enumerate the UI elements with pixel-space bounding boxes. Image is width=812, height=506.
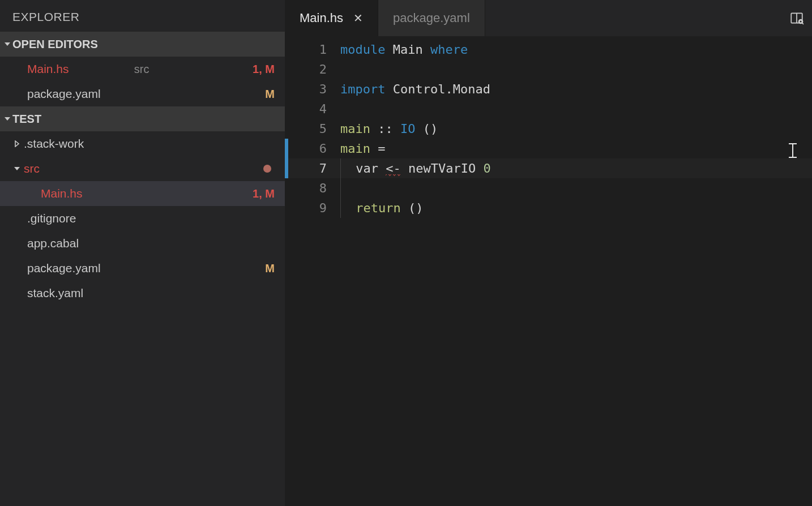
- line-number: 1: [288, 40, 340, 59]
- code-line[interactable]: 9 return (): [285, 198, 812, 218]
- code-line[interactable]: 5main :: IO (): [285, 119, 812, 139]
- scm-status: M: [265, 262, 275, 275]
- dirty-indicator-icon: [263, 165, 271, 173]
- line-number: 3: [288, 79, 340, 99]
- file-name: app.cabal: [27, 237, 275, 250]
- scm-status: M: [265, 88, 275, 101]
- file-name: package.yaml: [27, 87, 146, 101]
- explorer-sidebar: EXPLORER OPEN EDITORS Main.hs src 1, M p…: [0, 0, 285, 506]
- code-content: var <- newTVarIO 0: [340, 158, 491, 178]
- file-item[interactable]: .gitignore: [0, 206, 285, 231]
- line-number: 4: [288, 99, 340, 119]
- scm-status: 1, M: [253, 187, 275, 200]
- folder-name: src: [24, 162, 144, 175]
- file-item[interactable]: stack.yaml: [0, 281, 285, 306]
- folder-item[interactable]: .stack-work: [0, 131, 285, 156]
- code-line[interactable]: 6main =: [285, 139, 812, 158]
- split-editor-icon[interactable]: [781, 0, 812, 36]
- code-content: return (): [340, 198, 423, 218]
- chevron-right-icon: [10, 140, 24, 147]
- chevron-down-icon: [2, 41, 12, 48]
- code-content: main :: IO (): [340, 119, 438, 139]
- editor-tab[interactable]: package.yaml: [378, 0, 485, 36]
- svg-line-4: [802, 23, 804, 24]
- chevron-down-icon: [10, 165, 24, 172]
- line-number: 8: [288, 178, 340, 198]
- file-name: stack.yaml: [27, 286, 275, 300]
- line-number: 7: [288, 158, 340, 178]
- file-name: Main.hs: [41, 187, 147, 200]
- code-line[interactable]: 4: [285, 99, 812, 119]
- editor-tabs: Main.hs ✕ package.yaml: [285, 0, 812, 36]
- open-editor-item[interactable]: package.yaml M: [0, 82, 285, 106]
- code-content: main =: [340, 139, 385, 158]
- code-editor[interactable]: 1module Main where23import Control.Monad…: [285, 36, 812, 506]
- section-label: OPEN EDITORS: [12, 38, 98, 51]
- file-name: Main.hs: [27, 62, 131, 76]
- code-content: import Control.Monad: [340, 79, 490, 99]
- tab-label: Main.hs: [300, 11, 343, 25]
- file-name: .gitignore: [27, 212, 275, 225]
- close-icon[interactable]: ✕: [353, 12, 363, 24]
- chevron-down-icon: [2, 115, 12, 122]
- editor-tab-active[interactable]: Main.hs ✕: [285, 0, 378, 36]
- line-number: 5: [288, 119, 340, 139]
- file-item[interactable]: app.cabal: [0, 231, 285, 256]
- code-line[interactable]: 7 var <- newTVarIO 0: [285, 158, 812, 178]
- code-line[interactable]: 3import Control.Monad: [285, 79, 812, 99]
- section-label: TEST: [12, 113, 41, 126]
- tab-label: package.yaml: [393, 11, 470, 25]
- line-number: 9: [288, 198, 340, 218]
- folder-item[interactable]: src: [0, 156, 285, 181]
- section-open-editors[interactable]: OPEN EDITORS: [0, 32, 285, 57]
- code-line[interactable]: 8: [285, 178, 812, 198]
- folder-name: .stack-work: [24, 137, 275, 151]
- file-path-suffix: src: [134, 63, 149, 76]
- line-number: 6: [288, 139, 340, 158]
- code-line[interactable]: 2: [285, 59, 812, 79]
- editor-area: Main.hs ✕ package.yaml 1module Main wher…: [285, 0, 812, 506]
- file-item[interactable]: Main.hs 1, M: [0, 181, 285, 206]
- file-name: package.yaml: [27, 261, 146, 275]
- code-content: module Main where: [340, 40, 468, 59]
- code-line[interactable]: 1module Main where: [285, 40, 812, 59]
- explorer-title: EXPLORER: [0, 0, 285, 32]
- line-number: 2: [288, 59, 340, 79]
- scm-status: 1, M: [253, 63, 275, 76]
- code-content: [340, 178, 356, 198]
- file-item[interactable]: package.yaml M: [0, 256, 285, 281]
- section-workspace[interactable]: TEST: [0, 106, 285, 131]
- open-editor-item[interactable]: Main.hs src 1, M: [0, 57, 285, 82]
